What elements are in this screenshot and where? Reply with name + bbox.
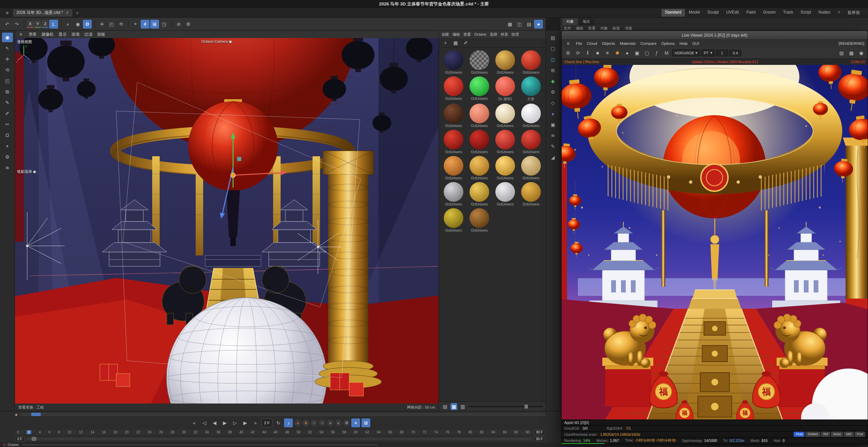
- material-item[interactable]: OctUnivers: [467, 104, 491, 128]
- frame-tick[interactable]: 42: [251, 430, 254, 434]
- mirror-tool[interactable]: ⌖: [2, 141, 13, 151]
- frame-tick[interactable]: 36: [216, 430, 220, 434]
- attribute-manager-icon[interactable]: ▢: [548, 44, 558, 53]
- frame-tick[interactable]: 4: [39, 430, 41, 434]
- end-frame-box[interactable]: 90 F: [534, 430, 545, 435]
- loop-mode-button[interactable]: ↻: [274, 418, 283, 427]
- focus-picker-button[interactable]: ƒ: [652, 49, 661, 57]
- restart-render-button[interactable]: ⟳: [573, 49, 582, 57]
- frame-tick[interactable]: 80: [468, 430, 472, 434]
- frame-tick[interactable]: 8: [58, 430, 60, 434]
- axis-z-button[interactable]: Z: [42, 20, 49, 28]
- material-item[interactable]: OctUnivers: [442, 182, 465, 206]
- object-manager-menu-item[interactable]: 文件: [564, 26, 571, 31]
- brush-tool[interactable]: ✐: [2, 109, 13, 118]
- material-item[interactable]: OctUnivers: [467, 182, 491, 206]
- live-viewer-menu-item[interactable]: Objects: [602, 41, 615, 46]
- coordinates-icon[interactable]: ⊞: [548, 66, 558, 75]
- layer-manager-icon[interactable]: ▤: [548, 33, 558, 42]
- live-viewer-menu-item[interactable]: File: [576, 41, 582, 46]
- range-start-field[interactable]: 0 F: [15, 436, 24, 442]
- asset-browser-icon[interactable]: ◆: [548, 77, 558, 86]
- material-item[interactable]: OctUnivers: [519, 182, 543, 206]
- frame-tick[interactable]: 34: [205, 430, 209, 434]
- frame-tick[interactable]: 16: [102, 430, 106, 434]
- frame-tick[interactable]: 20: [125, 430, 128, 434]
- frame-tick[interactable]: 26: [159, 430, 163, 434]
- scale-tool-button[interactable]: ◰: [107, 20, 116, 29]
- material-sphere[interactable]: [521, 130, 541, 149]
- material-sphere[interactable]: [444, 208, 463, 228]
- redo-button[interactable]: ↷: [12, 20, 21, 29]
- material-sphere[interactable]: [444, 156, 463, 176]
- range-end-field[interactable]: 90 F: [534, 436, 545, 442]
- material-item[interactable]: OctUnivers: [442, 50, 465, 74]
- pen-tool[interactable]: ✎: [2, 98, 13, 107]
- frame-tick[interactable]: 14: [90, 430, 94, 434]
- snap-button[interactable]: ⌖: [131, 20, 140, 29]
- corner-resize-icon[interactable]: ◢: [548, 153, 558, 162]
- frame-tick[interactable]: 58: [342, 430, 346, 434]
- simulation-icon[interactable]: ⚙: [548, 88, 558, 96]
- object-manager-menu-item[interactable]: 编辑: [576, 26, 583, 31]
- sound-toggle-button[interactable]: ♪: [284, 418, 293, 427]
- material-sphere[interactable]: [444, 50, 463, 70]
- render-view[interactable]: 福: [562, 65, 868, 419]
- pass-chip[interactable]: MID: [844, 432, 854, 437]
- camera-label[interactable]: Octane Camera ◉: [201, 39, 232, 44]
- eyedropper-button[interactable]: ✐: [461, 38, 470, 47]
- layers-button[interactable]: ▤: [837, 49, 846, 57]
- grid-view-button[interactable]: ▦: [451, 38, 460, 47]
- material-sphere[interactable]: [470, 130, 489, 149]
- grid-button[interactable]: ⊞: [150, 20, 159, 29]
- material-sphere[interactable]: [495, 76, 515, 96]
- knife-tool[interactable]: ✂: [2, 120, 13, 129]
- document-tab[interactable]: 2026 马年 3D...场景.c4d * ✕: [13, 9, 72, 17]
- material-item[interactable]: OctUnivers: [467, 208, 491, 232]
- prev-frame-button[interactable]: ◀: [210, 418, 219, 427]
- move-tool-button[interactable]: ✛: [98, 20, 106, 29]
- material-item[interactable]: OctUnivers: [467, 130, 491, 154]
- clear-region-button[interactable]: ▢: [642, 49, 651, 57]
- pause-render-button[interactable]: ‖: [583, 49, 592, 57]
- range-track[interactable]: [26, 437, 532, 440]
- render-view-button[interactable]: ◐: [64, 20, 73, 29]
- frame-tick[interactable]: 60: [354, 430, 358, 434]
- material-sphere[interactable]: [495, 182, 515, 202]
- frame-tick[interactable]: 48: [285, 430, 289, 434]
- frame-tick[interactable]: 64: [377, 430, 380, 434]
- frame-tick[interactable]: 22: [136, 430, 140, 434]
- undo-button[interactable]: ↶: [3, 20, 12, 29]
- frame-tick[interactable]: 30: [182, 430, 186, 434]
- grid-view-icon[interactable]: ▦: [450, 403, 457, 410]
- lock-resolution-button[interactable]: ✱: [613, 49, 622, 57]
- goto-end-button[interactable]: »: [251, 418, 260, 427]
- snap-toggle-button[interactable]: ⌖: [351, 418, 360, 427]
- record-keyframe-button[interactable]: ●: [294, 419, 301, 426]
- material-picker-button[interactable]: M: [662, 49, 671, 57]
- subsample-field[interactable]: 1: [716, 50, 728, 56]
- key-rotation-button[interactable]: ●: [327, 419, 334, 426]
- live-viewer-menu-item[interactable]: Materials: [620, 41, 636, 46]
- material-item[interactable]: OctUnivers: [442, 208, 465, 232]
- viewport-menu-item[interactable]: 查看: [29, 32, 37, 37]
- object-manager-menu-item[interactable]: 查看: [588, 26, 596, 31]
- play-button[interactable]: ▶: [220, 418, 229, 427]
- material-item[interactable]: OctUnivers: [493, 104, 517, 128]
- material-sphere[interactable]: [444, 130, 463, 149]
- material-sphere[interactable]: [470, 182, 489, 202]
- frame-tick[interactable]: 70: [411, 430, 415, 434]
- layout-tab[interactable]: Paint: [743, 9, 759, 17]
- quantize-toggle-button[interactable]: ⊞: [361, 418, 370, 427]
- frame-tick[interactable]: 6: [48, 430, 50, 434]
- material-sphere[interactable]: [521, 50, 541, 70]
- frame-tick[interactable]: 88: [514, 430, 518, 434]
- frame-tick[interactable]: 52: [308, 430, 312, 434]
- camera-snapshot-button[interactable]: ◉: [857, 49, 866, 57]
- rotate-tool-button[interactable]: ⟲: [117, 20, 125, 29]
- material-menu-item[interactable]: 纹理: [511, 32, 519, 37]
- material-sphere[interactable]: [470, 208, 489, 228]
- live-viewer-menu-item[interactable]: Help: [679, 41, 688, 46]
- frame-tick[interactable]: 32: [194, 430, 197, 434]
- close-tab-icon[interactable]: ✕: [66, 11, 69, 15]
